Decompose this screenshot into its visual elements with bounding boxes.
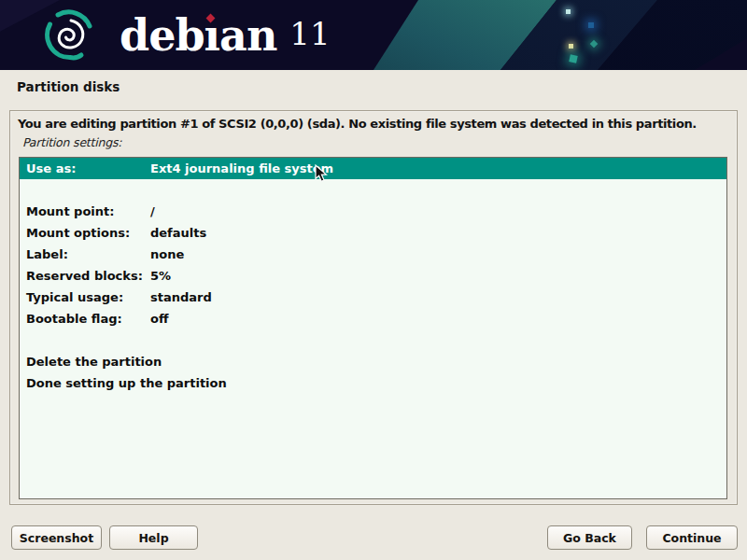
item-label: Done setting up the partition [26,376,227,390]
list-item-done-setting-up[interactable]: Done setting up the partition [20,372,726,394]
list-item-mount-point[interactable]: Mount point: / [20,201,726,222]
banner-sparkle [588,22,594,28]
item-label: Typical usage: [26,290,150,304]
item-label: Label: [26,247,150,261]
item-value: Ext4 journaling file system [150,161,726,175]
partition-settings-label: Partition settings: [22,135,729,149]
continue-button[interactable]: Continue [646,525,738,550]
list-item-mount-options[interactable]: Mount options: defaults [20,222,726,244]
item-value: standard [150,290,726,304]
list-item-delete-partition[interactable]: Delete the partition [20,351,726,372]
version-number: 11 [289,15,330,52]
list-item-blank [20,179,726,201]
debian-wordmark: debıan11 [120,7,331,63]
list-item-typical-usage[interactable]: Typical usage: standard [20,287,726,308]
item-value: defaults [150,226,726,240]
list-item-bootable-flag[interactable]: Bootable flag: off [20,308,726,329]
item-value: none [150,247,726,261]
item-label: Mount options: [26,226,150,240]
item-label: Use as: [26,161,150,175]
brand-text: an [219,10,276,61]
banner: debıan11 [0,0,747,70]
content-frame: You are editing partition #1 of SCSI2 (0… [9,110,738,505]
list-item-label[interactable]: Label: none [20,244,726,265]
go-back-button[interactable]: Go Back [547,525,632,550]
help-button[interactable]: Help [109,525,198,550]
brand-dotless-i: ı [204,10,219,61]
item-label: Mount point: [26,204,150,218]
banner-sparkle [569,54,577,63]
item-value: / [150,204,726,218]
item-label: Bootable flag: [26,312,150,326]
item-value: 5% [150,269,726,283]
list-item-use-as[interactable]: Use as: Ext4 journaling file system [20,158,726,179]
page-title: Partition disks [17,79,120,94]
brand-text: deb [120,10,204,61]
banner-sparkle [569,44,573,49]
list-item-reserved-blocks[interactable]: Reserved blocks: 5% [20,265,726,287]
banner-sparkle [566,9,571,14]
item-label: Delete the partition [26,355,162,369]
mouse-cursor [315,164,328,183]
debian-logo-icon [42,7,98,64]
item-value: off [150,312,726,326]
list-item-blank [20,329,726,351]
screenshot-button[interactable]: Screenshot [11,525,102,550]
partition-settings-list[interactable]: Use as: Ext4 journaling file system Moun… [19,157,727,499]
item-label: Reserved blocks: [26,269,150,283]
info-message: You are editing partition #1 of SCSI2 (0… [18,117,729,131]
